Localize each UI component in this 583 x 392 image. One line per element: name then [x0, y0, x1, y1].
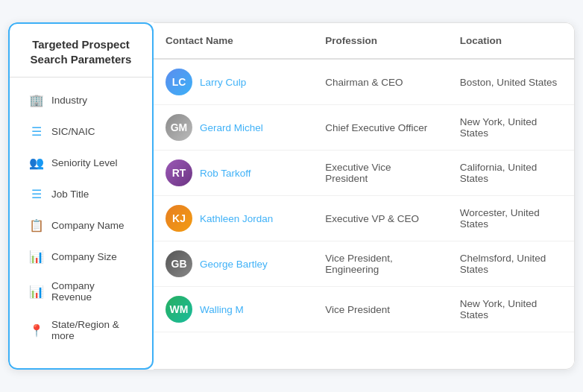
profession-cell: Chairman & CEO: [313, 59, 447, 105]
seniority-level-icon: 👥: [29, 155, 44, 170]
avatar: RT: [166, 159, 192, 186]
contact-name-cell: WMWalling M: [154, 287, 313, 332]
profession-cell: Executive VP & CEO: [313, 196, 447, 241]
col-header-profession: Profession: [313, 23, 447, 59]
col-header-location: Location: [448, 23, 574, 59]
sidebar-item-label: Industry: [51, 95, 87, 106]
sidebar-item-sic-naic[interactable]: ☰SIC/NAIC: [16, 116, 146, 146]
col-header-contact-name: Contact Name: [154, 23, 313, 59]
main-container: Targeted Prospect Search Parameters 🏢Ind…: [8, 22, 575, 370]
sidebar-item-label: Job Title: [51, 189, 89, 200]
location-cell: Worcester, United States: [448, 196, 574, 241]
sidebar-item-company-name[interactable]: 📋Company Name: [16, 210, 146, 240]
panel-title: Targeted Prospect Search Parameters: [10, 24, 152, 78]
sidebar-item-company-size[interactable]: 📊Company Size: [16, 241, 146, 271]
location-cell: California, United States: [448, 151, 574, 196]
location-cell: Chelmsford, United States: [448, 241, 574, 287]
table-row: WMWalling MVice PresidentNew York, Unite…: [154, 287, 574, 332]
contact-name-link[interactable]: Walling M: [200, 304, 244, 315]
table-row: LCLarry CulpChairman & CEOBoston, United…: [154, 59, 574, 105]
table-body: LCLarry CulpChairman & CEOBoston, United…: [154, 59, 574, 332]
contact-name-cell: KJKathleen Jordan: [154, 196, 313, 241]
sidebar-item-company-revenue[interactable]: 📊Company Revenue: [16, 273, 146, 310]
contact-name-link[interactable]: Gerard Michel: [200, 122, 263, 133]
sic-naic-icon: ☰: [29, 124, 44, 139]
contact-name-cell: GMGerard Michel: [154, 105, 313, 151]
contact-name-link[interactable]: Larry Culp: [200, 77, 246, 88]
profession-cell: Vice President: [313, 287, 447, 332]
right-panel: Contact NameProfessionLocation LCLarry C…: [154, 22, 575, 370]
job-title-icon: ☰: [29, 186, 44, 201]
sidebar-item-label: Company Name: [51, 220, 125, 231]
contact-name-link[interactable]: George Bartley: [200, 259, 268, 270]
company-name-icon: 📋: [29, 218, 44, 233]
state-region-icon: 📍: [29, 323, 44, 338]
left-panel: Targeted Prospect Search Parameters 🏢Ind…: [8, 22, 154, 370]
profession-cell: Executive Vice President: [313, 151, 447, 196]
contacts-table: Contact NameProfessionLocation LCLarry C…: [154, 23, 574, 332]
contact-name-link[interactable]: Kathleen Jordan: [200, 213, 273, 224]
contact-name-cell: GBGeorge Bartley: [154, 241, 313, 287]
location-cell: New York, United States: [448, 105, 574, 151]
sidebar-item-state-region[interactable]: 📍State/Region & more: [16, 312, 146, 349]
sidebar-item-label: Company Revenue: [51, 280, 133, 303]
sidebar-item-industry[interactable]: 🏢Industry: [16, 85, 146, 115]
table-row: RTRob TarkoffExecutive Vice PresidentCal…: [154, 151, 574, 196]
table-row: GBGeorge BartleyVice President, Engineer…: [154, 241, 574, 287]
contact-name-link[interactable]: Rob Tarkoff: [200, 168, 251, 179]
sidebar-item-label: State/Region & more: [51, 319, 133, 341]
nav-list: 🏢Industry☰SIC/NAIC👥Seniority Level☰Job T…: [10, 78, 152, 356]
avatar: KJ: [166, 205, 192, 232]
industry-icon: 🏢: [29, 92, 44, 107]
company-size-icon: 📊: [29, 249, 44, 264]
avatar: LC: [166, 69, 192, 95]
contact-name-cell: LCLarry Culp: [154, 59, 313, 105]
sidebar-item-seniority-level[interactable]: 👥Seniority Level: [16, 148, 146, 177]
profession-cell: Vice President, Engineering: [313, 241, 447, 287]
avatar: WM: [166, 296, 192, 323]
table-header: Contact NameProfessionLocation: [154, 23, 574, 59]
company-revenue-icon: 📊: [29, 284, 44, 299]
profession-cell: Chief Executive Officer: [313, 105, 447, 151]
table-row: KJKathleen JordanExecutive VP & CEOWorce…: [154, 196, 574, 241]
location-cell: Boston, United States: [448, 59, 574, 105]
contact-name-cell: RTRob Tarkoff: [154, 151, 313, 196]
location-cell: New York, United States: [448, 287, 574, 332]
sidebar-item-job-title[interactable]: ☰Job Title: [16, 179, 146, 209]
table-row: GMGerard MichelChief Executive OfficerNe…: [154, 105, 574, 151]
avatar: GM: [166, 114, 192, 141]
sidebar-item-label: SIC/NAIC: [51, 126, 95, 137]
avatar: GB: [166, 250, 192, 277]
sidebar-item-label: Seniority Level: [51, 157, 118, 168]
sidebar-item-label: Company Size: [51, 251, 117, 262]
table-wrapper: Contact NameProfessionLocation LCLarry C…: [154, 23, 574, 332]
